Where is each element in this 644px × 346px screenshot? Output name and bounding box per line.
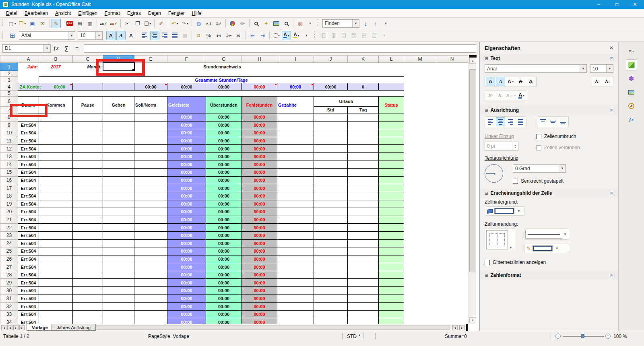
cell[interactable] (73, 169, 103, 177)
cell[interactable] (73, 137, 103, 145)
paste-icon[interactable]: ❏▾ (143, 19, 152, 28)
cell-geleistete[interactable]: 00:00 (167, 208, 206, 216)
sheet-tab-vorlage[interactable]: Vorlage (27, 324, 53, 331)
cell[interactable] (103, 295, 134, 303)
cell[interactable] (134, 192, 167, 200)
cell[interactable] (277, 271, 314, 279)
cell-ueberstunden[interactable]: 00:00 (206, 145, 242, 153)
cell-geleistete[interactable]: 00:00 (167, 310, 206, 318)
copy-icon[interactable]: ❐ (133, 19, 142, 28)
cell[interactable] (348, 318, 379, 324)
cell[interactable] (404, 239, 436, 247)
cell[interactable] (314, 145, 348, 153)
cell[interactable] (436, 161, 468, 169)
cell-datum[interactable]: Err:504 (18, 200, 39, 208)
align-right-icon[interactable] (506, 117, 515, 126)
decrease-indent-icon[interactable]: ⇤ (248, 31, 257, 40)
cell[interactable]: 00:00 (167, 83, 206, 91)
help-icon[interactable]: ◎ (295, 19, 305, 28)
cell[interactable] (348, 152, 379, 161)
cell[interactable] (277, 71, 314, 77)
section-number-format-header[interactable]: ⊞ Zahlenformat ◳ (480, 271, 618, 280)
cell[interactable] (134, 161, 167, 169)
cell-ueberstunden[interactable]: 00:00 (206, 113, 242, 122)
cell[interactable] (277, 255, 314, 263)
cell[interactable]: 00:00 (314, 83, 348, 91)
cell[interactable] (436, 287, 468, 295)
indent-stepper[interactable]: 0 pt ▲▼ (485, 142, 518, 150)
toolbar-grip[interactable] (318, 19, 320, 27)
cell[interactable] (39, 71, 73, 77)
cell[interactable] (379, 83, 404, 91)
cell-datum[interactable]: Err:504 (18, 318, 39, 324)
export-pdf-icon[interactable]: PDF (65, 19, 74, 28)
open-icon[interactable]: ❒▾ (18, 19, 27, 28)
cell[interactable] (314, 287, 348, 295)
cell[interactable] (348, 247, 379, 255)
close-icon[interactable]: ✕ (609, 45, 613, 51)
cell-datum[interactable]: Err:504 (18, 295, 39, 303)
cell[interactable] (39, 121, 73, 129)
cell-datum[interactable]: Err:504 (18, 184, 39, 192)
cell[interactable] (277, 287, 314, 295)
cell-fehlstunden[interactable]: 00:00 (242, 200, 277, 208)
auto-spellcheck-icon[interactable]: AB (109, 19, 118, 28)
cell-fehlstunden[interactable]: 00:00 (242, 310, 277, 318)
dropdown-arrow-icon[interactable]: ▾ (187, 22, 188, 25)
cell[interactable] (348, 121, 379, 129)
cell[interactable] (103, 121, 134, 129)
row-header-2[interactable]: 2 (0, 71, 18, 77)
properties-icon[interactable] (626, 59, 637, 70)
cell[interactable] (436, 107, 468, 113)
gallery-icon[interactable] (626, 86, 637, 98)
cell[interactable] (314, 200, 348, 208)
cell[interactable] (436, 145, 468, 153)
row-header-22[interactable]: 22 (0, 224, 18, 232)
cell-datum[interactable]: Err:504 (18, 303, 39, 311)
header-fehlstunden[interactable]: Fehlstunden (242, 97, 277, 113)
split-window-handle[interactable] (469, 55, 477, 58)
cell[interactable] (436, 303, 468, 311)
cell[interactable] (277, 224, 314, 232)
cell[interactable] (314, 295, 348, 303)
chevron-down-icon[interactable]: ▼ (606, 65, 613, 72)
dropdown-arrow-icon[interactable]: ▾ (24, 22, 26, 25)
collapse-icon[interactable]: ⊟ (485, 108, 488, 113)
cell[interactable] (436, 121, 468, 129)
cell[interactable] (73, 287, 103, 295)
cell[interactable] (436, 263, 468, 271)
cell[interactable]: 00:00 (277, 83, 314, 91)
find-previous-icon[interactable]: ↑ (371, 19, 380, 28)
cell-ueberstunden[interactable]: 00:00 (206, 263, 242, 271)
cell-geleistete[interactable]: 00:00 (167, 224, 206, 232)
cell[interactable] (73, 224, 103, 232)
cell[interactable] (348, 271, 379, 279)
cell[interactable] (348, 161, 379, 169)
font-color-icon[interactable]: A▾ (282, 31, 291, 40)
cell[interactable] (436, 184, 468, 192)
cell[interactable] (404, 271, 436, 279)
cell-fehlstunden[interactable]: 00:00 (242, 152, 277, 161)
cell[interactable] (39, 200, 73, 208)
menu-ansicht[interactable]: Ansicht (52, 9, 74, 17)
undo-icon[interactable]: ↶▾ (170, 19, 180, 28)
cell[interactable] (436, 200, 468, 208)
row-header-14[interactable]: 14 (0, 161, 18, 169)
cell[interactable] (436, 71, 468, 77)
cell[interactable] (314, 216, 348, 224)
cell-geleistete[interactable]: 00:00 (167, 239, 206, 247)
redo-icon[interactable]: ↷▾ (180, 19, 190, 28)
cell-fehlstunden[interactable]: 00:00 (242, 145, 277, 153)
cell[interactable] (103, 239, 134, 247)
header-urlaub[interactable]: Urlaub (314, 97, 379, 107)
zoom-out-icon[interactable]: − (555, 334, 561, 339)
row-header-24[interactable]: 24 (0, 239, 18, 247)
show-gridlines-checkbox[interactable] (485, 260, 490, 265)
cell-datum[interactable] (18, 113, 39, 122)
cell[interactable] (436, 255, 468, 263)
cell[interactable] (404, 83, 436, 91)
cell[interactable] (314, 318, 348, 324)
cell[interactable] (314, 71, 348, 77)
cell-ueberstunden[interactable]: 00:00 (206, 231, 242, 239)
cell-status[interactable] (379, 224, 404, 232)
